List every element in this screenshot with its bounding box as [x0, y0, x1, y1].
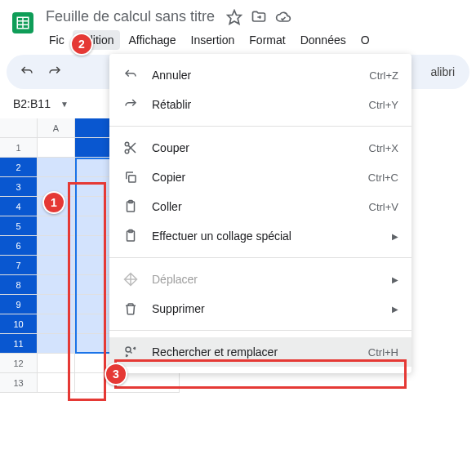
find-replace-icon — [122, 344, 139, 360]
menu-insert[interactable]: Insertion — [185, 30, 242, 50]
cloud-status-icon[interactable] — [274, 7, 293, 27]
move-folder-icon[interactable] — [249, 7, 269, 27]
row-header[interactable]: 3 — [0, 177, 38, 197]
divider — [109, 330, 411, 331]
cell[interactable] — [75, 373, 180, 393]
menu-item-copy[interactable]: Copier Ctrl+C — [109, 163, 411, 192]
menu-shortcut: Ctrl+H — [368, 346, 398, 359]
row-header[interactable]: 7 — [0, 256, 38, 275]
row-header[interactable]: 13 — [0, 373, 38, 393]
menu-file[interactable]: Fic — [42, 30, 71, 50]
menu-shortcut: Ctrl+X — [369, 142, 398, 154]
trash-icon — [122, 301, 139, 317]
name-box-value: B2:B11 — [13, 97, 51, 110]
cell[interactable] — [38, 354, 75, 373]
menu-label: Annuler — [152, 69, 356, 82]
row-header[interactable]: 2 — [0, 158, 38, 177]
scissors-icon — [122, 140, 139, 156]
menu-label: Supprimer — [152, 302, 379, 315]
annotation-2: 2 — [70, 33, 93, 56]
menu-shortcut: Ctrl+Z — [369, 69, 398, 82]
menu-item-delete[interactable]: Supprimer ▶ — [109, 294, 411, 323]
menu-shortcut: Ctrl+V — [369, 201, 398, 213]
undo-button[interactable] — [15, 60, 39, 84]
menu-data[interactable]: Données — [294, 30, 353, 50]
copy-icon — [122, 169, 139, 185]
edit-menu-dropdown: Annuler Ctrl+Z Rétablir Ctrl+Y Couper Ct… — [109, 54, 411, 373]
spreadsheet-icon — [16, 16, 30, 30]
annotation-1: 1 — [42, 191, 65, 214]
cell[interactable] — [38, 256, 75, 275]
column-header-a[interactable]: A — [38, 118, 75, 138]
divider — [109, 257, 411, 258]
row-header[interactable]: 11 — [0, 334, 38, 354]
cell[interactable] — [38, 334, 75, 354]
row-header[interactable]: 6 — [0, 236, 38, 256]
divider — [109, 126, 411, 127]
cell[interactable] — [38, 216, 75, 236]
cell[interactable] — [38, 138, 75, 158]
cell[interactable] — [38, 373, 75, 393]
cell[interactable] — [38, 275, 75, 295]
row-header[interactable]: 10 — [0, 314, 38, 334]
menu-item-find-replace[interactable]: Rechercher et remplacer Ctrl+H — [109, 337, 411, 367]
document-title[interactable]: Feuille de calcul sans titre — [42, 7, 218, 27]
menu-item-move: Déplacer ▶ — [109, 265, 411, 294]
menu-label: Effectuer un collage spécial — [152, 229, 379, 243]
svg-point-6 — [125, 149, 129, 154]
redo-icon — [122, 96, 139, 113]
menu-item-redo[interactable]: Rétablir Ctrl+Y — [109, 90, 411, 119]
menu-label: Déplacer — [152, 273, 379, 286]
menu-view[interactable]: Affichage — [122, 30, 182, 50]
chevron-right-icon: ▶ — [392, 275, 398, 284]
menu-label: Coller — [152, 200, 356, 213]
font-selector-fragment[interactable]: alibri — [430, 65, 461, 78]
menu-label: Couper — [152, 141, 356, 154]
row-header[interactable]: 8 — [0, 275, 38, 295]
row-header[interactable]: 4 — [0, 197, 38, 216]
cell[interactable] — [38, 158, 75, 177]
clipboard-icon — [122, 228, 139, 244]
undo-icon — [122, 67, 139, 83]
chevron-right-icon: ▶ — [392, 232, 398, 241]
menu-item-paste[interactable]: Coller Ctrl+V — [109, 192, 411, 221]
menu-label: Copier — [152, 171, 355, 184]
menu-shortcut: Ctrl+Y — [369, 99, 398, 111]
menu-item-undo[interactable]: Annuler Ctrl+Z — [109, 60, 411, 90]
menu-shortcut: Ctrl+C — [368, 172, 398, 184]
menubar: Fic Édition Affichage Insertion Format D… — [42, 27, 476, 55]
sheets-logo[interactable] — [7, 7, 39, 39]
move-icon — [122, 271, 139, 287]
chevron-right-icon: ▶ — [392, 305, 398, 314]
svg-point-5 — [125, 142, 129, 146]
star-icon[interactable] — [225, 7, 244, 27]
name-box[interactable]: B2:B11 ▼ — [7, 96, 75, 112]
menu-item-cut[interactable]: Couper Ctrl+X — [109, 133, 411, 163]
cell[interactable] — [38, 314, 75, 334]
row-header[interactable]: 5 — [0, 216, 38, 236]
redo-button[interactable] — [42, 60, 67, 84]
svg-rect-9 — [129, 176, 136, 182]
menu-tools[interactable]: O — [354, 30, 376, 50]
svg-marker-4 — [228, 10, 242, 24]
menu-item-paste-special[interactable]: Effectuer un collage spécial ▶ — [109, 221, 411, 251]
menu-label: Rechercher et remplacer — [152, 345, 355, 359]
annotation-3: 3 — [105, 363, 127, 385]
clipboard-icon — [122, 198, 139, 215]
row-header[interactable]: 1 — [0, 138, 38, 158]
row-header[interactable]: 12 — [0, 354, 38, 373]
menu-format[interactable]: Format — [242, 30, 291, 50]
cell[interactable] — [38, 236, 75, 256]
chevron-down-icon: ▼ — [60, 100, 69, 109]
menu-label: Rétablir — [152, 98, 356, 111]
select-all-corner[interactable] — [0, 118, 38, 138]
row-header[interactable]: 9 — [0, 295, 38, 314]
svg-point-14 — [126, 347, 131, 352]
cell[interactable] — [38, 295, 75, 314]
